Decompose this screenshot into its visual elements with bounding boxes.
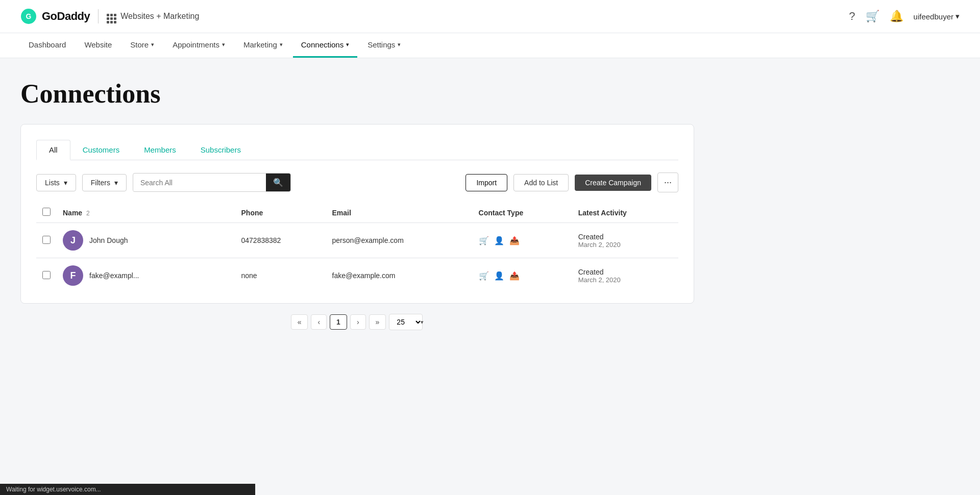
row2-activity-status: Created bbox=[578, 268, 672, 276]
header-right: ? 🛒 🔔 uifeedbuyer ▾ bbox=[849, 10, 960, 23]
row2-checkbox[interactable] bbox=[42, 271, 51, 279]
nav-item-connections[interactable]: Connections ▾ bbox=[293, 33, 357, 58]
connections-table: Name 2 Phone Email Contact Type Latest A… bbox=[36, 203, 678, 293]
header-divider bbox=[98, 9, 99, 23]
row1-share-icon[interactable]: 📤 bbox=[509, 236, 520, 245]
import-button[interactable]: Import bbox=[465, 174, 507, 191]
per-page-select[interactable]: 25 50 100 bbox=[389, 314, 423, 330]
page-title: Connections bbox=[20, 79, 694, 109]
header-contact-type: Contact Type bbox=[473, 203, 572, 223]
select-all-checkbox[interactable] bbox=[42, 208, 51, 216]
nav-item-marketing[interactable]: Marketing ▾ bbox=[235, 33, 291, 58]
connections-card: All Customers Members Subscribers Lists … bbox=[20, 124, 694, 304]
svg-text:G: G bbox=[26, 12, 32, 20]
more-dots-icon: ··· bbox=[664, 177, 672, 188]
page-content: Connections All Customers Members Subscr… bbox=[0, 58, 715, 351]
search-icon: 🔍 bbox=[273, 178, 283, 187]
main-nav: Dashboard Website Store ▾ Appointments ▾… bbox=[0, 33, 980, 58]
row1-name-cell: J John Dough bbox=[57, 223, 235, 258]
row2-email: fake@example.com bbox=[326, 258, 473, 293]
user-menu-button[interactable]: uifeedbuyer ▾ bbox=[914, 12, 960, 21]
row1-activity-date: March 2, 2020 bbox=[578, 241, 672, 249]
tabs-bar: All Customers Members Subscribers bbox=[36, 140, 678, 160]
row1-cart-icon[interactable]: 🛒 bbox=[479, 236, 489, 245]
lists-dropdown[interactable]: Lists ▾ bbox=[36, 174, 76, 191]
nav-item-settings[interactable]: Settings ▾ bbox=[359, 33, 409, 58]
header-name: Name 2 bbox=[57, 203, 235, 223]
pagination-first[interactable]: « bbox=[291, 314, 308, 330]
settings-chevron-icon: ▾ bbox=[398, 41, 401, 48]
row2-activity: Created March 2, 2020 bbox=[572, 258, 678, 293]
table-row: F fake@exampl... none fake@example.com 🛒… bbox=[36, 258, 678, 293]
logo-area: G GoDaddy bbox=[20, 8, 90, 24]
app-name-text: Websites + Marketing bbox=[120, 12, 199, 21]
header-latest-activity: Latest Activity bbox=[572, 203, 678, 223]
row2-activity-date: March 2, 2020 bbox=[578, 276, 672, 284]
create-campaign-button[interactable]: Create Campaign bbox=[575, 175, 651, 191]
search-input[interactable] bbox=[133, 175, 266, 191]
top-header: G GoDaddy Websites + Marketing ? 🛒 🔔 uif… bbox=[0, 0, 980, 33]
connections-chevron-icon: ▾ bbox=[346, 41, 349, 48]
table-row: J John Dough 0472838382 person@example.c… bbox=[36, 223, 678, 258]
row2-person-icon[interactable]: 👤 bbox=[494, 271, 504, 281]
godaddy-logo-icon: G bbox=[20, 8, 37, 24]
row1-activity: Created March 2, 2020 bbox=[572, 223, 678, 258]
tab-customers[interactable]: Customers bbox=[70, 140, 132, 160]
lists-chevron-icon: ▾ bbox=[64, 179, 67, 187]
search-button[interactable]: 🔍 bbox=[266, 174, 290, 191]
row2-share-icon[interactable]: 📤 bbox=[509, 271, 520, 281]
row2-name[interactable]: fake@exampl... bbox=[89, 271, 139, 280]
tab-subscribers[interactable]: Subscribers bbox=[188, 140, 253, 160]
per-page-chevron-icon: ▾ bbox=[421, 319, 424, 326]
header-checkbox-cell bbox=[36, 203, 57, 223]
appointments-chevron-icon: ▾ bbox=[222, 41, 225, 48]
pagination-prev[interactable]: ‹ bbox=[311, 314, 327, 330]
nav-item-store[interactable]: Store ▾ bbox=[122, 33, 162, 58]
row2-contact-type: 🛒 👤 📤 bbox=[473, 258, 572, 293]
row2-name-cell: F fake@exampl... bbox=[57, 258, 235, 293]
row1-phone: 0472838382 bbox=[235, 223, 326, 258]
logo-text: GoDaddy bbox=[42, 10, 90, 23]
row1-activity-status: Created bbox=[578, 233, 672, 241]
nav-item-appointments[interactable]: Appointments ▾ bbox=[164, 33, 233, 58]
row1-name[interactable]: John Dough bbox=[89, 236, 128, 244]
grid-icon bbox=[107, 9, 116, 23]
toolbar: Lists ▾ Filters ▾ 🔍 Import Add to List C… bbox=[36, 172, 678, 192]
row1-avatar: J bbox=[63, 230, 83, 251]
help-button[interactable]: ? bbox=[849, 10, 855, 23]
row1-checkbox-cell bbox=[36, 223, 57, 258]
header-phone: Phone bbox=[235, 203, 326, 223]
pagination: « ‹ 1 › » 25 50 100 ▾ bbox=[20, 304, 694, 340]
row1-checkbox[interactable] bbox=[42, 236, 51, 244]
cart-button[interactable]: 🛒 bbox=[866, 10, 879, 23]
row2-checkbox-cell bbox=[36, 258, 57, 293]
row2-avatar: F bbox=[63, 265, 83, 286]
filters-dropdown[interactable]: Filters ▾ bbox=[82, 174, 127, 191]
add-to-list-button[interactable]: Add to List bbox=[513, 174, 569, 191]
row1-email: person@example.com bbox=[326, 223, 473, 258]
pagination-next[interactable]: › bbox=[350, 314, 366, 330]
header-email: Email bbox=[326, 203, 473, 223]
row1-contact-type: 🛒 👤 📤 bbox=[473, 223, 572, 258]
row2-cart-icon[interactable]: 🛒 bbox=[479, 271, 489, 281]
row1-person-icon[interactable]: 👤 bbox=[494, 236, 504, 245]
app-name: Websites + Marketing bbox=[107, 9, 199, 23]
user-name: uifeedbuyer bbox=[914, 12, 953, 21]
tab-all[interactable]: All bbox=[36, 140, 70, 160]
search-wrap: 🔍 bbox=[133, 173, 291, 192]
user-chevron-icon: ▾ bbox=[955, 12, 960, 21]
nav-item-dashboard[interactable]: Dashboard bbox=[20, 33, 74, 58]
marketing-chevron-icon: ▾ bbox=[280, 41, 283, 48]
tab-members[interactable]: Members bbox=[132, 140, 188, 160]
store-chevron-icon: ▾ bbox=[151, 41, 154, 48]
pagination-page-1[interactable]: 1 bbox=[330, 314, 347, 330]
name-count: 2 bbox=[86, 210, 90, 217]
pagination-last[interactable]: » bbox=[369, 314, 386, 330]
notifications-button[interactable]: 🔔 bbox=[890, 10, 903, 23]
header-left: G GoDaddy Websites + Marketing bbox=[20, 8, 199, 24]
filters-chevron-icon: ▾ bbox=[114, 179, 118, 187]
more-options-button[interactable]: ··· bbox=[657, 172, 678, 192]
nav-item-website[interactable]: Website bbox=[76, 33, 120, 58]
row2-phone: none bbox=[235, 258, 326, 293]
